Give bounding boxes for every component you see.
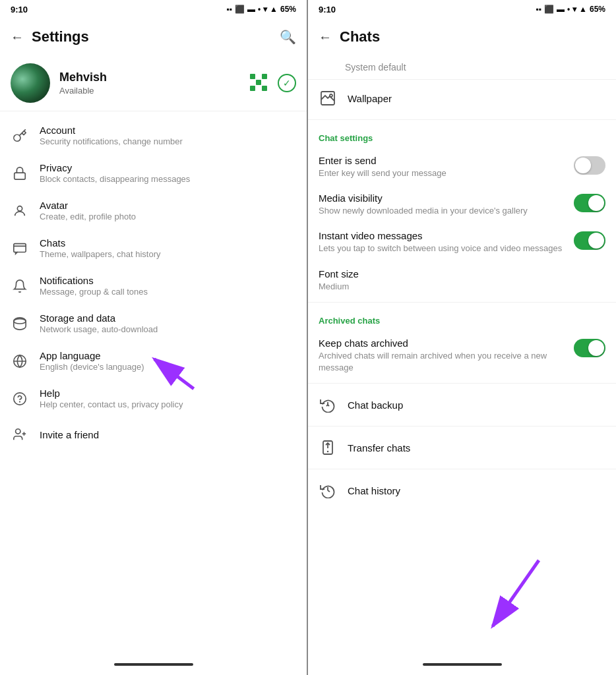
media-visibility-item[interactable]: Media visibility Show newly downloaded m… — [308, 186, 616, 223]
back-button-right[interactable]: ← — [319, 30, 332, 45]
bell-icon — [11, 277, 29, 295]
chats-top-bar: ← Chats — [308, 18, 616, 55]
chat-history-item[interactable]: Chat history — [308, 472, 616, 509]
svg-point-3 — [14, 318, 26, 323]
profile-info: Mehvish Available — [59, 71, 241, 96]
avatar — [11, 63, 50, 103]
settings-item-help[interactable]: Help Help center, contact us, privacy po… — [0, 380, 307, 417]
settings-item-storage[interactable]: Storage and data Network usage, auto-dow… — [0, 305, 307, 342]
system-default-label: System default — [345, 62, 406, 73]
storage-title: Storage and data — [40, 312, 296, 324]
settings-item-account[interactable]: Account Security notifications, change n… — [0, 117, 307, 154]
language-text: App language English (device's language) — [40, 350, 296, 372]
settings-item-invite[interactable]: Invite a friend — [0, 417, 307, 452]
system-default-item[interactable]: System default — [308, 55, 616, 80]
status-icons-right: ▪▪ ⬛ ▬ • ▾ ▲ 65% — [536, 5, 605, 14]
transfer-chats-item[interactable]: Transfer chats — [308, 429, 616, 466]
left-panel: 9:10 ▪▪ ⬛ ▬ • ▾ ▲ 65% ← Settings 🔍 Mehvi… — [0, 0, 308, 675]
storage-icon — [11, 314, 29, 333]
notifications-subtitle: Message, group & call tones — [40, 287, 296, 297]
time-right: 9:10 — [319, 5, 336, 15]
search-button[interactable]: 🔍 — [280, 29, 296, 45]
avatar-icon — [11, 202, 29, 220]
settings-item-avatar[interactable]: Avatar Create, edit, profile photo — [0, 192, 307, 229]
help-icon — [11, 390, 29, 408]
keep-archived-toggle[interactable] — [574, 339, 605, 357]
settings-item-language[interactable]: App language English (device's language) — [0, 342, 307, 380]
account-text: Account Security notifications, change n… — [40, 125, 296, 146]
profile-name: Mehvish — [59, 71, 241, 84]
settings-item-privacy[interactable]: Privacy Block contacts, disappearing mes… — [0, 154, 307, 192]
keep-archived-item[interactable]: Keep chats archived Archived chats will … — [308, 331, 616, 380]
backup-icon — [319, 396, 337, 414]
screen-icon-r: ⬛ — [544, 5, 554, 14]
invite-title: Invite a friend — [40, 429, 296, 440]
invite-text: Invite a friend — [40, 429, 296, 440]
status-bar-right: 9:10 ▪▪ ⬛ ▬ • ▾ ▲ 65% — [308, 0, 616, 18]
settings-item-chats[interactable]: Chats Theme, wallpapers, chat history — [0, 229, 307, 267]
svg-rect-0 — [15, 173, 26, 179]
enter-is-send-title: Enter is send — [319, 155, 563, 166]
storage-subtitle: Network usage, auto-download — [40, 324, 296, 334]
settings-list: Account Security notifications, change n… — [0, 111, 307, 654]
chat-icon — [11, 239, 29, 258]
font-size-item[interactable]: Font size Medium — [308, 262, 616, 299]
right-panel: 9:10 ▪▪ ⬛ ▬ • ▾ ▲ 65% ← Chats System def… — [308, 0, 616, 675]
help-text: Help Help center, contact us, privacy po… — [40, 388, 296, 409]
archived-chats-header: Archived chats — [308, 305, 616, 331]
status-icons-left: ▪▪ ⬛ ▬ • ▾ ▲ 65% — [226, 5, 296, 14]
toggle-thumb-3 — [588, 233, 604, 249]
svg-line-18 — [328, 490, 330, 492]
divider-5 — [308, 469, 616, 469]
status-bar-left: 9:10 ▪▪ ⬛ ▬ • ▾ ▲ 65% — [0, 0, 307, 18]
transfer-chats-label: Transfer chats — [348, 442, 410, 454]
svg-rect-2 — [14, 243, 26, 252]
chat-backup-label: Chat backup — [348, 399, 403, 411]
back-button[interactable]: ← — [11, 30, 24, 45]
avatar-title: Avatar — [40, 200, 296, 211]
battery-left: 65% — [280, 5, 296, 14]
font-size-title: Font size — [319, 268, 595, 279]
chat-history-label: Chat history — [348, 485, 400, 496]
avatar-text: Avatar Create, edit, profile photo — [40, 200, 296, 221]
nav-bar-right — [423, 663, 502, 666]
font-size-text: Font size Medium — [319, 268, 605, 293]
account-subtitle: Security notifications, change number — [40, 136, 296, 146]
help-subtitle: Help center, contact us, privacy policy — [40, 399, 296, 409]
language-subtitle: English (device's language) — [40, 362, 296, 372]
storage-text: Storage and data Network usage, auto-dow… — [40, 312, 296, 334]
person-add-icon — [11, 425, 29, 444]
enter-is-send-toggle[interactable] — [574, 156, 605, 175]
enter-is-send-subtitle: Enter key will send your message — [319, 167, 563, 179]
chat-settings-header: Chat settings — [308, 123, 616, 148]
wallpaper-item[interactable]: Wallpaper — [308, 80, 616, 117]
settings-top-bar: ← Settings 🔍 — [0, 18, 307, 55]
help-title: Help — [40, 388, 296, 399]
status-check-icon[interactable]: ✓ — [278, 74, 296, 92]
wifi-icon-r: ▾ — [572, 5, 576, 14]
chat-backup-item[interactable]: Chat backup — [308, 386, 616, 423]
media-visibility-toggle[interactable] — [574, 194, 605, 212]
page-title-right: Chats — [340, 28, 605, 45]
keep-archived-text: Keep chats archived Archived chats will … — [319, 338, 574, 374]
key-icon — [11, 127, 29, 145]
avatar-image — [11, 63, 50, 103]
media-visibility-subtitle: Show newly downloaded media in your devi… — [319, 205, 563, 217]
profile-section[interactable]: Mehvish Available ✓ — [0, 55, 307, 111]
instant-video-title: Instant video messages — [319, 230, 563, 241]
svg-point-12 — [330, 94, 332, 97]
chats-text: Chats Theme, wallpapers, chat history — [40, 237, 296, 259]
qr-code-icon[interactable] — [250, 74, 268, 92]
square-icon: ▬ — [247, 5, 255, 14]
instant-video-text: Instant video messages Lets you tap to s… — [319, 230, 574, 254]
svg-point-1 — [17, 206, 22, 210]
instant-video-toggle[interactable] — [574, 231, 605, 250]
enter-is-send-item[interactable]: Enter is send Enter key will send your m… — [308, 148, 616, 186]
keep-archived-title: Keep chats archived — [319, 338, 563, 349]
privacy-text: Privacy Block contacts, disappearing mes… — [40, 162, 296, 184]
profile-status: Available — [59, 86, 241, 96]
instant-video-item[interactable]: Instant video messages Lets you tap to s… — [308, 223, 616, 261]
settings-item-notifications[interactable]: Notifications Message, group & call tone… — [0, 267, 307, 305]
battery-right: 65% — [590, 5, 605, 14]
privacy-subtitle: Block contacts, disappearing messages — [40, 174, 296, 184]
